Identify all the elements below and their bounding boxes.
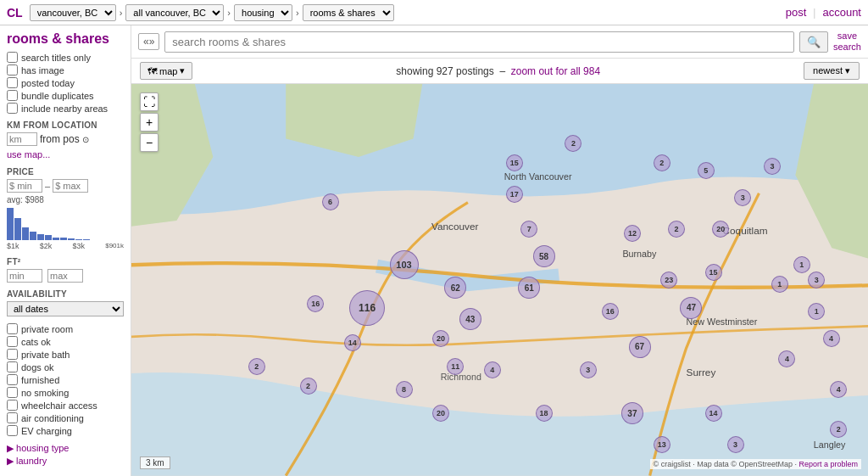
cluster-marker[interactable]: 2 (248, 358, 265, 375)
laundry-link[interactable]: ▶ laundry (7, 456, 124, 467)
fullscreen-button[interactable]: ⛶ (140, 92, 159, 111)
furnished-filter[interactable]: furnished (7, 374, 124, 385)
dogs-ok-checkbox[interactable] (7, 361, 18, 372)
ac-filter[interactable]: air conditioning (7, 412, 124, 423)
cluster-marker[interactable]: 58 (533, 245, 555, 267)
cats-ok-filter[interactable]: cats ok (7, 336, 124, 347)
cluster-marker[interactable]: 20 (432, 405, 449, 422)
cluster-marker[interactable]: 15 (705, 264, 722, 281)
collapse-button[interactable]: «» (138, 33, 159, 50)
cluster-marker[interactable]: 2 (830, 421, 847, 438)
post-link[interactable]: post (786, 6, 807, 19)
price-bar-9[interactable] (75, 239, 82, 240)
save-search-button[interactable]: savesearch (833, 31, 861, 53)
posted-today-filter[interactable]: posted today (7, 77, 124, 88)
cluster-marker[interactable]: 116 (349, 290, 385, 326)
availability-select[interactable]: all dates today this week this month (7, 301, 124, 316)
price-min-input[interactable] (7, 179, 42, 193)
ft2-min-input[interactable] (7, 269, 42, 283)
cluster-marker[interactable]: 12 (624, 225, 641, 242)
cl-logo[interactable]: CL (7, 6, 23, 20)
bundle-duplicates-filter[interactable]: bundle duplicates (7, 90, 124, 101)
include-nearby-checkbox[interactable] (7, 103, 18, 114)
cluster-marker[interactable]: 7 (520, 221, 537, 238)
cluster-marker[interactable]: 16 (307, 295, 324, 312)
include-nearby-filter[interactable]: include nearby areas (7, 103, 124, 114)
cluster-marker[interactable]: 3 (580, 361, 597, 378)
cluster-marker[interactable]: 1 (808, 303, 825, 320)
cluster-marker[interactable]: 4 (778, 350, 795, 367)
has-image-checkbox[interactable] (7, 64, 18, 76)
private-room-filter[interactable]: private room (7, 323, 124, 334)
private-room-checkbox[interactable] (7, 323, 18, 334)
zoom-in-button[interactable]: + (140, 113, 159, 132)
cluster-marker[interactable]: 47 (680, 297, 702, 319)
cluster-marker[interactable]: 3 (764, 158, 781, 175)
km-input[interactable] (7, 132, 37, 146)
posted-today-checkbox[interactable] (7, 77, 18, 88)
cluster-marker[interactable]: 6 (322, 193, 339, 210)
cluster-marker[interactable]: 103 (390, 250, 419, 279)
sort-button[interactable]: newest ▾ (804, 62, 860, 80)
search-titles-filter[interactable]: search titles only (7, 52, 124, 63)
zoom-out-button[interactable]: − (140, 133, 159, 152)
price-bar-3[interactable] (30, 232, 36, 240)
zoom-link[interactable]: zoom out for all 984 (511, 65, 600, 77)
cluster-marker[interactable]: 16 (602, 303, 619, 320)
cluster-marker[interactable]: 14 (705, 405, 722, 422)
price-bar-7[interactable] (60, 238, 67, 240)
cluster-marker[interactable]: 4 (823, 330, 840, 347)
area-select[interactable]: all vancouver, BC (125, 4, 224, 21)
dogs-ok-filter[interactable]: dogs ok (7, 361, 124, 372)
cluster-marker[interactable]: 62 (444, 277, 466, 299)
use-map-link[interactable]: use map... (7, 149, 50, 160)
cluster-marker[interactable]: 17 (506, 186, 523, 203)
cluster-marker[interactable]: 61 (518, 277, 540, 299)
cluster-marker[interactable]: 3 (808, 272, 825, 288)
price-bar-8[interactable] (68, 238, 75, 240)
price-bar-1[interactable] (14, 218, 21, 240)
cluster-marker[interactable]: 13 (654, 436, 670, 453)
ev-filter[interactable]: EV charging (7, 425, 124, 436)
category1-select[interactable]: housing (234, 4, 292, 21)
wheelchair-filter[interactable]: wheelchair access (7, 400, 124, 411)
cluster-marker[interactable]: 4 (484, 361, 501, 378)
search-button[interactable]: 🔍 (799, 31, 828, 53)
cats-ok-checkbox[interactable] (7, 336, 18, 347)
cluster-marker[interactable]: 20 (432, 330, 449, 347)
cluster-marker[interactable]: 5 (698, 162, 715, 179)
ev-checkbox[interactable] (7, 425, 18, 436)
cluster-marker[interactable]: 14 (344, 334, 361, 351)
cluster-marker[interactable]: 3 (727, 436, 744, 453)
price-bar-0[interactable] (7, 208, 14, 240)
price-max-input[interactable] (53, 179, 88, 193)
cluster-marker[interactable]: 3 (734, 189, 751, 206)
has-image-filter[interactable]: has image (7, 64, 124, 76)
cluster-marker[interactable]: 2 (654, 154, 670, 171)
cluster-marker[interactable]: 2 (565, 135, 581, 152)
report-problem-link[interactable]: Report a problem (798, 460, 858, 468)
price-bar-2[interactable] (22, 227, 29, 240)
cluster-marker[interactable]: 15 (506, 154, 523, 171)
search-input[interactable] (164, 31, 794, 53)
cluster-marker[interactable]: 2 (668, 221, 685, 238)
cluster-marker[interactable]: 2 (300, 378, 317, 395)
no-smoking-filter[interactable]: no smoking (7, 387, 124, 398)
cluster-marker[interactable]: 1 (793, 256, 810, 273)
wheelchair-checkbox[interactable] (7, 400, 18, 411)
category2-select[interactable]: rooms & shares (303, 4, 394, 21)
cluster-marker[interactable]: 8 (396, 381, 413, 398)
price-bar-10[interactable] (83, 239, 90, 240)
no-smoking-checkbox[interactable] (7, 387, 18, 398)
cluster-marker[interactable]: 37 (621, 402, 643, 424)
private-bath-checkbox[interactable] (7, 349, 18, 360)
price-bar-6[interactable] (53, 238, 59, 240)
cluster-marker[interactable]: 1 (771, 276, 788, 293)
bundle-duplicates-checkbox[interactable] (7, 90, 18, 101)
cluster-marker[interactable]: 20 (712, 221, 729, 238)
cluster-marker[interactable]: 43 (459, 308, 481, 330)
cluster-marker[interactable]: 23 (660, 272, 677, 288)
cluster-marker[interactable]: 4 (830, 381, 847, 398)
cluster-marker[interactable]: 18 (536, 405, 553, 422)
ft2-max-input[interactable] (47, 269, 83, 283)
